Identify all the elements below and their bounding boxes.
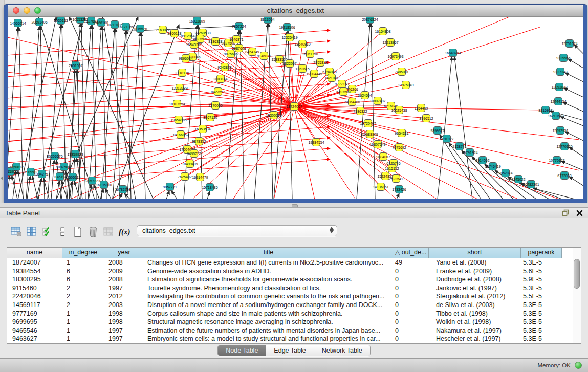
node-12093832[interactable]: 12093832 (551, 83, 567, 91)
node-12975049[interactable]: 12975049 (398, 81, 413, 89)
node-10770323[interactable]: 10770323 (549, 157, 564, 164)
node-16648784[interactable]: 16648784 (445, 49, 461, 57)
table-row[interactable]: 977716911998Corpus callosum shape and si… (7, 310, 581, 318)
node-16154808[interactable]: 16154808 (375, 28, 390, 35)
node-16791924[interactable]: 16791924 (462, 149, 477, 157)
column-header-in_degree[interactable]: in_degree (62, 248, 104, 258)
node-9852874[interactable]: 9852874 (498, 169, 512, 177)
create-column-icon[interactable] (71, 226, 84, 238)
delete-column-icon[interactable] (86, 226, 100, 238)
table-row[interactable]: 946554611997Estimation of the future num… (7, 326, 581, 335)
node-2170060[interactable]: 2170060 (208, 102, 222, 110)
table-row[interactable]: 1938455462009Genome-wide association stu… (7, 267, 581, 276)
table-row[interactable]: 1830029562008Estimation of significance … (7, 275, 581, 284)
node-18640910[interactable]: 18640910 (294, 40, 310, 48)
node-8813054[interactable]: 8813054 (260, 17, 274, 24)
node-20876824[interactable]: 20876824 (362, 17, 378, 24)
dropdown-stepper-icon (330, 227, 334, 233)
network-window-titlebar[interactable]: citations_edges.txt (8, 5, 583, 17)
panel-splitter[interactable] (0, 203, 588, 207)
node-12325419[interactable]: 12325419 (281, 34, 297, 41)
column-header-title[interactable]: title (144, 248, 393, 258)
tab-network-table[interactable]: Network Table (314, 345, 370, 356)
table-row[interactable]: 1456911722003Disruption of a novel membe… (7, 301, 581, 310)
node-12770320[interactable]: 12770320 (556, 143, 572, 150)
node-18499489[interactable]: 18499489 (182, 160, 198, 168)
node-9138741[interactable]: 9138741 (452, 143, 466, 150)
node-7955812[interactable]: 7955812 (313, 59, 327, 67)
table-row[interactable]: 969969511998Structural magnetic resonanc… (7, 318, 581, 326)
node-8996512[interactable]: 8996512 (419, 115, 433, 122)
node-7815526[interactable]: 7815526 (133, 25, 147, 33)
node-9654321[interactable]: 9654321 (395, 129, 408, 137)
node-20691406[interactable]: 20691406 (31, 18, 47, 26)
function-builder-icon[interactable]: f(x) (119, 228, 130, 236)
network-canvas[interactable]: 1405571420691406892015310553257152760264… (8, 17, 583, 199)
close-panel-icon[interactable] (576, 209, 583, 218)
node-1733426[interactable]: 1733426 (392, 186, 406, 193)
collapse-west-panel-icon[interactable] (1, 176, 3, 180)
node-8427552[interactable]: 8427552 (211, 88, 225, 96)
node-14055714[interactable]: 14055714 (10, 19, 26, 27)
node-9245022[interactable]: 9245022 (511, 176, 525, 183)
table-row[interactable]: 946362711997Embryonic stem cells: a mode… (7, 335, 581, 343)
node-10688809[interactable]: 10688809 (362, 130, 378, 138)
svg-text:19166852: 19166852 (172, 133, 188, 137)
node-15718485[interactable]: 15718485 (202, 184, 217, 191)
table-row[interactable]: 1872400712008Changes of HCN gene express… (7, 258, 581, 267)
node-20364486[interactable]: 20364486 (344, 98, 360, 106)
node-3624554[interactable]: 3624554 (358, 92, 372, 99)
node-19384554[interactable]: 19384554 (308, 139, 324, 146)
node-9227343[interactable]: 9227343 (553, 68, 567, 76)
cell-pagerank: 5.3E-5 (521, 310, 562, 318)
node-1362615[interactable]: 1362615 (295, 65, 309, 73)
node-7485001[interactable]: 7485001 (395, 68, 408, 76)
scrollbar-thumb[interactable] (574, 259, 580, 289)
network-window[interactable]: citations_edges.txt 14055714206914068920… (4, 5, 587, 204)
select-columns-icon[interactable] (40, 226, 54, 238)
column-header-short[interactable]: short (429, 248, 521, 258)
node-9329966[interactable]: 9329966 (556, 54, 570, 62)
show-columns-icon[interactable] (25, 226, 38, 238)
table-row[interactable]: 911546021997Tourette syndrome. Phenomeno… (7, 284, 581, 293)
float-panel-icon[interactable] (562, 209, 569, 218)
node-19218506[interactable]: 19218506 (279, 24, 295, 31)
node-16746419[interactable]: 16746419 (485, 163, 500, 170)
node-16961758[interactable]: 16961758 (302, 50, 318, 58)
svg-text:15751074: 15751074 (561, 42, 577, 46)
node-2718176[interactable]: 2718176 (175, 69, 189, 77)
node-15751074[interactable]: 15751074 (561, 40, 577, 48)
node-9777169[interactable]: 9777169 (335, 80, 349, 88)
column-header-out_degree[interactable]: △ out_de... (393, 248, 429, 258)
tab-edge-table[interactable]: Edge Table (266, 345, 314, 356)
vertical-scrollbar[interactable] (573, 248, 581, 343)
node-8215958[interactable]: 8215958 (538, 106, 552, 114)
node-7857224[interactable]: 7857224 (232, 23, 246, 30)
tab-node-table[interactable]: Node Table (218, 345, 266, 356)
node-15692951[interactable]: 15692951 (552, 127, 568, 135)
node-6791927[interactable]: 6791927 (440, 135, 453, 143)
column-header-name[interactable]: name (7, 248, 62, 258)
node-10807487[interactable]: 10807487 (369, 97, 385, 105)
column-header-pagerank[interactable]: pagerank (521, 248, 562, 258)
citation-network-graph[interactable]: 1405571420691406892015310553257152760264… (8, 17, 583, 199)
node-6772033[interactable]: 6772033 (557, 172, 571, 180)
node-1154469[interactable]: 1154469 (415, 104, 428, 112)
node-16914479[interactable]: 16914479 (192, 173, 208, 181)
column-header-year[interactable]: year (104, 248, 144, 258)
node-19166852[interactable]: 19166852 (172, 131, 188, 139)
node-12444154[interactable]: 12444154 (550, 98, 566, 105)
node-table[interactable]: namein_degreeyeartitle△ out_de...shortpa… (7, 247, 581, 344)
node-9899372[interactable]: 9899372 (430, 127, 444, 135)
node-7625402[interactable]: 7625402 (178, 173, 191, 181)
node-19904445[interactable]: 19904445 (306, 70, 322, 78)
table-selector-dropdown[interactable]: citations_edges.txt (137, 225, 337, 236)
node-19654985[interactable]: 19654985 (170, 116, 186, 124)
node-12213967[interactable]: 12213967 (382, 39, 398, 47)
table-mode-icon[interactable] (9, 226, 23, 238)
table-row[interactable]: 2242004622012Investigating the contribut… (7, 292, 581, 301)
node-16210643[interactable]: 16210643 (548, 112, 563, 120)
node-16033809[interactable]: 16033809 (189, 17, 205, 25)
delete-table-icon[interactable] (101, 226, 115, 238)
row-height-icon[interactable] (55, 226, 69, 238)
